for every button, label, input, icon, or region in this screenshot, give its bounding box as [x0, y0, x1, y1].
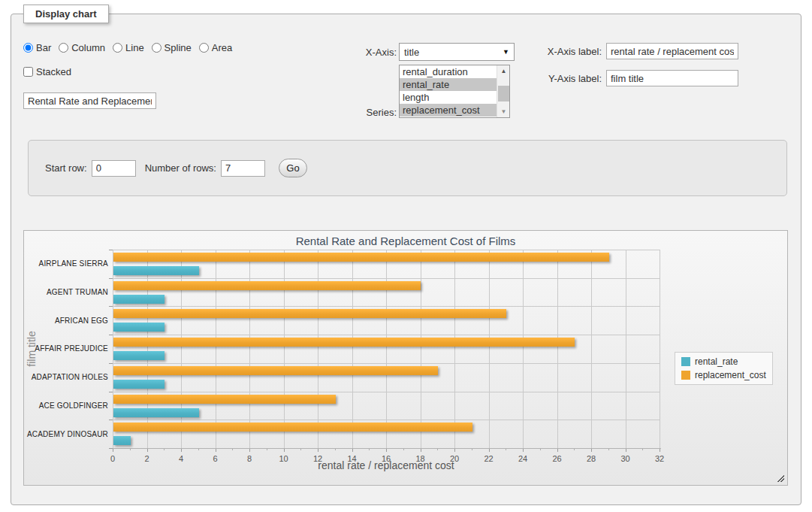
legend-label: replacement_cost: [695, 370, 766, 380]
stacked-checkbox[interactable]: [23, 67, 33, 77]
gridline-x-0: [113, 250, 113, 448]
stacked-checkbox-label[interactable]: Stacked: [23, 66, 71, 77]
gridline-x-28: [591, 250, 592, 448]
category-label-adaptation-holes: ADAPTATION HOLES: [24, 363, 108, 392]
chart-type-radio-column[interactable]: [59, 43, 68, 53]
category-label-affair-prejudice: AFFAIR PREJUDICE: [24, 335, 108, 363]
gridline-x-8: [249, 250, 250, 448]
x-tick-label-26: 26: [552, 454, 561, 463]
chart-type-label: Column: [71, 42, 105, 53]
bar-rental_rate-2: [113, 295, 165, 304]
gridline-band-1: [113, 278, 660, 279]
x-axis-line: [113, 448, 661, 449]
chart-type-radio-group: BarColumnLineSplineArea: [23, 42, 240, 53]
x-tick-label-28: 28: [587, 454, 596, 463]
gridline-x-30: [626, 250, 626, 448]
chart-area: Rental Rate and Replacement Cost of Film…: [23, 230, 788, 486]
start-row-input[interactable]: [92, 160, 136, 177]
series-listbox[interactable]: rental_durationrental_ratelengthreplacem…: [399, 65, 510, 118]
chevron-down-icon: ▼: [503, 48, 509, 56]
resize-grip-icon[interactable]: [776, 474, 784, 482]
gridline-x-20: [454, 250, 455, 448]
bar-replacement_cost-7: [113, 423, 472, 432]
x-tick-label-12: 12: [313, 454, 322, 463]
go-button[interactable]: Go: [279, 159, 307, 177]
series-option-replacement_cost[interactable]: replacement_cost: [400, 104, 498, 117]
chart-type-option-spline[interactable]: Spline: [152, 42, 192, 53]
listbox-scrollbar[interactable]: ▲ ▼: [497, 65, 509, 117]
scroll-down-icon[interactable]: ▼: [497, 106, 510, 117]
chart-type-option-column[interactable]: Column: [59, 42, 105, 53]
series-options: rental_durationrental_ratelengthreplacem…: [400, 65, 509, 117]
chart-type-option-bar[interactable]: Bar: [23, 42, 51, 53]
legend-item-rental_rate[interactable]: rental_rate: [681, 356, 766, 367]
category-label-airplane-sierra: AIRPLANE SIERRA: [24, 250, 108, 278]
bar-replacement_cost-3: [113, 309, 506, 318]
series-option-rental_rate[interactable]: rental_rate: [400, 78, 498, 91]
x-axis-select-label: X-Axis:: [337, 47, 397, 58]
gridline-band-5: [113, 392, 660, 392]
gridline-x-18: [421, 250, 421, 448]
bar-replacement_cost-1: [113, 253, 609, 262]
gridline-x-24: [523, 250, 524, 448]
x-axis-select[interactable]: title ▼: [399, 43, 515, 61]
series-option-rental_duration[interactable]: rental_duration: [400, 65, 498, 78]
scroll-up-icon[interactable]: ▲: [497, 65, 510, 77]
chart-type-radio-bar[interactable]: [23, 43, 33, 53]
legend-item-replacement_cost[interactable]: replacement_cost: [681, 370, 766, 380]
gridline-x-2: [147, 250, 148, 448]
series-option-length[interactable]: length: [400, 91, 498, 104]
chart-type-option-area[interactable]: Area: [199, 42, 232, 53]
y-axis-tick: [109, 392, 113, 392]
gridline-band-6: [113, 420, 660, 420]
scrollbar-thumb[interactable]: [498, 86, 509, 101]
bar-replacement_cost-2: [113, 281, 421, 290]
row-range-band: Start row: Number of rows: Go: [28, 140, 787, 196]
chart-type-label: Bar: [36, 42, 51, 53]
x-axis-label-label: X-Axis label:: [537, 46, 602, 57]
start-row-label: Start row:: [45, 162, 87, 174]
x-tick-label-0: 0: [110, 454, 115, 463]
chart-title-input[interactable]: [23, 92, 156, 109]
x-tick-label-6: 6: [213, 454, 217, 463]
gridline-band-3: [113, 335, 660, 335]
y-axis-label-label: Y-Axis label:: [537, 73, 602, 84]
chart-type-option-line[interactable]: Line: [113, 42, 144, 53]
y-axis-tick: [109, 250, 113, 250]
category-label-agent-truman: AGENT TRUMAN: [24, 278, 108, 307]
chart-type-radio-line[interactable]: [113, 43, 122, 53]
category-label-ace-goldfinger: ACE GOLDFINGER: [24, 392, 108, 420]
number-of-rows-input[interactable]: [221, 160, 265, 177]
chart-type-radio-area[interactable]: [199, 43, 209, 53]
x-axis-label-input[interactable]: [606, 43, 738, 59]
y-axis-label-input[interactable]: [606, 70, 738, 86]
chart-type-radio-spline[interactable]: [152, 43, 161, 53]
y-axis-tick: [109, 420, 113, 420]
bar-rental_rate-7: [113, 436, 131, 445]
category-label-academy-dinosaur: ACADEMY DINOSAUR: [24, 420, 108, 448]
chart-legend: rental_ratereplacement_cost: [675, 352, 773, 385]
x-tick-label-16: 16: [382, 454, 391, 463]
x-tick-label-18: 18: [415, 454, 424, 463]
gridline-x-16: [386, 250, 387, 448]
bar-rental_rate-3: [113, 323, 165, 332]
gridline-x-12: [318, 250, 318, 448]
x-tick-label-14: 14: [347, 454, 356, 463]
x-tick-label-32: 32: [655, 454, 664, 463]
chart-type-label: Spline: [165, 42, 192, 53]
x-tick-label-22: 22: [484, 454, 493, 463]
x-tick-label-4: 4: [179, 454, 183, 463]
gridline-band-0: [113, 250, 660, 250]
gridline-x-10: [284, 250, 285, 448]
chart-type-label: Line: [125, 42, 144, 53]
x-tick-label-2: 2: [144, 454, 149, 463]
legend-swatch-replacement_cost: [681, 371, 690, 380]
chart-title: Rental Rate and Replacement Cost of Film…: [24, 235, 787, 247]
display-chart-panel: Display chart BarColumnLineSplineArea St…: [11, 14, 801, 505]
bar-replacement_cost-6: [113, 395, 336, 404]
bar-replacement_cost-4: [113, 338, 575, 347]
category-label-african-egg: AFRICAN EGG: [24, 306, 108, 335]
bar-rental_rate-1: [113, 266, 199, 275]
x-tick-label-30: 30: [620, 454, 629, 463]
stacked-checkbox-row: Stacked: [23, 66, 79, 77]
